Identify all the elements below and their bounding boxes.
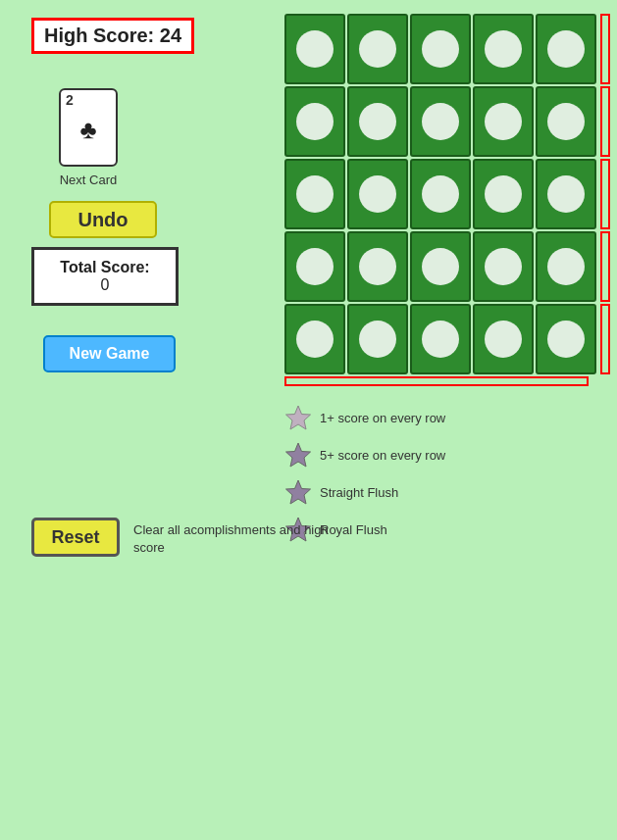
grid-cell-3-3[interactable] — [410, 159, 471, 229]
svg-marker-0 — [286, 406, 311, 429]
grid-cell-2-4[interactable] — [473, 86, 534, 157]
total-score-value: 0 — [101, 276, 110, 294]
card-rank: 2 — [66, 93, 74, 107]
row-indicator-3 — [600, 159, 610, 229]
next-card: 2 ♣ — [59, 88, 118, 167]
grid-cell-5-3[interactable] — [410, 304, 471, 374]
grid-cell-1-4[interactable] — [473, 14, 534, 84]
grid-cell-4-3[interactable] — [410, 231, 471, 302]
row-indicator-1 — [600, 14, 610, 84]
grid-row-3 — [284, 159, 610, 229]
grid-row-2 — [284, 86, 610, 157]
next-card-label: Next Card — [60, 173, 118, 187]
achievement-text-3: Straight Flush — [320, 485, 398, 500]
grid-cell-1-1[interactable] — [284, 14, 345, 84]
achievement-text-2: 5+ score on every row — [320, 448, 445, 463]
grid-cell-3-2[interactable] — [347, 159, 408, 229]
row-indicator-5 — [600, 304, 610, 374]
grid-cell-5-1[interactable] — [284, 304, 345, 374]
grid-cell-4-2[interactable] — [347, 231, 408, 302]
grid-cell-1-5[interactable] — [536, 14, 596, 84]
achievement-star-3 — [284, 478, 312, 506]
grid-cell-5-4[interactable] — [473, 304, 534, 374]
grid-cell-5-2[interactable] — [347, 304, 408, 374]
grid-cell-4-1[interactable] — [284, 231, 345, 302]
grid-cell-3-1[interactable] — [284, 159, 345, 229]
grid-cell-1-2[interactable] — [347, 14, 408, 84]
new-game-button[interactable]: New Game — [43, 335, 176, 372]
game-grid — [284, 14, 610, 376]
grid-cell-3-4[interactable] — [473, 159, 534, 229]
achievement-item-1: 1+ score on every row — [284, 404, 445, 431]
total-score-label: Total Score: — [60, 259, 149, 276]
reset-button[interactable]: Reset — [31, 518, 120, 557]
achievement-text-1: 1+ score on every row — [320, 411, 445, 425]
grid-row-5 — [284, 304, 610, 374]
grid-row-4 — [284, 231, 610, 302]
high-score-display: High Score: 24 — [31, 18, 194, 54]
grid-cell-1-3[interactable] — [410, 14, 471, 84]
grid-cell-2-3[interactable] — [410, 86, 471, 157]
svg-marker-2 — [286, 480, 311, 504]
next-card-area: 2 ♣ Next Card — [59, 88, 118, 187]
grid-cell-4-4[interactable] — [473, 231, 534, 302]
grid-cell-2-5[interactable] — [536, 86, 596, 157]
bottom-row-indicator — [284, 376, 589, 386]
svg-marker-1 — [286, 443, 311, 467]
achievement-item-2: 5+ score on every row — [284, 441, 445, 469]
grid-cell-2-1[interactable] — [284, 86, 345, 157]
grid-cell-5-5[interactable] — [536, 304, 596, 374]
grid-cell-4-5[interactable] — [536, 231, 596, 302]
reset-description: Clear all acomplishments and high score — [133, 521, 349, 557]
row-indicator-4 — [600, 231, 610, 302]
grid-row-1 — [284, 14, 610, 84]
total-score-box: Total Score: 0 — [31, 247, 179, 306]
achievement-star-2 — [284, 441, 312, 469]
achievement-star-1 — [284, 404, 312, 431]
achievement-item-3: Straight Flush — [284, 478, 445, 506]
card-suit: ♣ — [79, 115, 96, 145]
row-indicator-2 — [600, 86, 610, 157]
grid-cell-2-2[interactable] — [347, 86, 408, 157]
undo-button[interactable]: Undo — [49, 201, 157, 238]
grid-cell-3-5[interactable] — [536, 159, 596, 229]
